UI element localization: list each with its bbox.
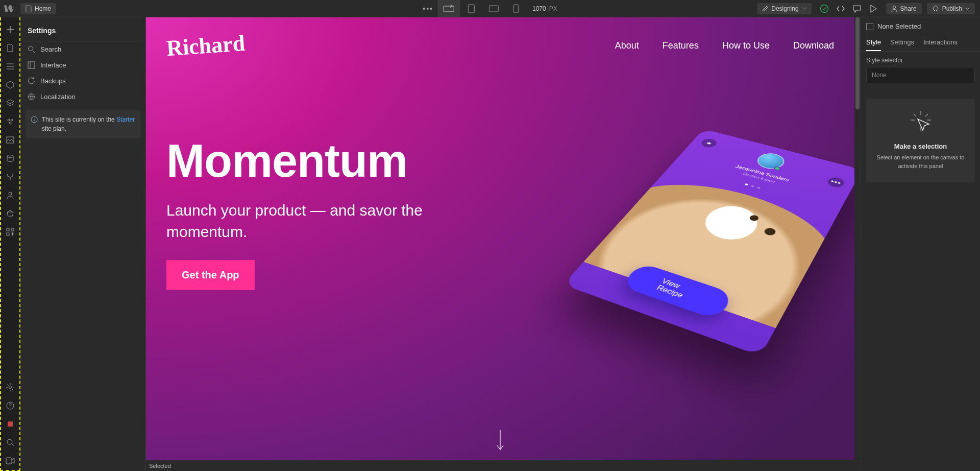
rail-video-icon[interactable] — [0, 452, 20, 470]
preview-play-icon[interactable] — [869, 4, 878, 13]
selection-box-icon — [866, 23, 873, 30]
rail-variables-icon[interactable] — [0, 94, 20, 112]
breakpoint-unit: PX — [549, 5, 557, 12]
left-tool-rail — [0, 17, 20, 471]
canvas-area: Richard About Features How to Use Downlo… — [146, 17, 861, 471]
svg-rect-9 — [7, 137, 14, 143]
empty-state-title: Make a selection — [873, 143, 968, 150]
rail-audit-icon[interactable] — [0, 415, 20, 433]
site-brand: Richard — [165, 30, 246, 61]
hero-cta-button[interactable]: Get the App — [166, 260, 255, 290]
status-check-icon[interactable] — [820, 4, 829, 13]
backups-icon — [28, 77, 35, 85]
settings-item-backups[interactable]: Backups — [26, 73, 140, 89]
breakpoint-desktop-large[interactable] — [437, 0, 460, 17]
svg-rect-2 — [489, 6, 498, 12]
mode-label: Designing — [771, 5, 798, 12]
selection-header: None Selected — [861, 17, 980, 35]
chevron-down-icon — [965, 7, 970, 10]
rail-apps-icon[interactable] — [0, 223, 20, 241]
rail-help-icon[interactable] — [0, 396, 20, 415]
svg-rect-19 — [6, 458, 12, 464]
empty-state-card: Make a selection Select an element on th… — [866, 99, 975, 182]
svg-point-6 — [8, 119, 10, 121]
svg-rect-14 — [7, 233, 9, 236]
rail-ecommerce-icon[interactable] — [0, 204, 20, 223]
rocket-icon — [932, 5, 939, 12]
svg-point-8 — [9, 122, 11, 124]
phone-mockup: ★ ••• Jacqueline Sanders Dessert Expert … — [563, 129, 854, 356]
rail-navigator-icon[interactable] — [0, 57, 20, 76]
plan-link[interactable]: Starter — [116, 116, 135, 123]
settings-item-interface[interactable]: Interface — [26, 57, 140, 73]
search-icon — [28, 45, 35, 53]
nav-link[interactable]: How to Use — [722, 40, 770, 51]
breakpoint-tablet[interactable] — [460, 0, 482, 17]
svg-point-15 — [9, 386, 12, 389]
canvas-scrollbar[interactable] — [854, 17, 861, 460]
rail-cms-icon[interactable] — [0, 149, 20, 168]
style-selector-input[interactable]: None — [866, 67, 975, 83]
chevron-down-icon — [802, 7, 806, 10]
svg-rect-13 — [11, 228, 14, 231]
settings-panel: Settings Search Interface Backups Locali… — [20, 17, 146, 471]
code-icon[interactable] — [836, 4, 845, 13]
settings-item-label: Interface — [40, 61, 66, 69]
person-icon — [891, 5, 897, 12]
breakpoint-landscape[interactable] — [482, 0, 505, 17]
rail-search-icon[interactable] — [0, 433, 20, 452]
status-text: Selected — [149, 463, 171, 469]
breakpoint-mobile[interactable] — [505, 0, 527, 17]
site-preview[interactable]: Richard About Features How to Use Downlo… — [146, 17, 854, 471]
rail-settings-icon[interactable] — [0, 378, 20, 396]
nav-link[interactable]: Features — [663, 40, 699, 51]
svg-point-10 — [7, 155, 13, 158]
tab-interactions[interactable]: Interactions — [923, 35, 958, 51]
empty-state-subtitle: Select an element on the canvas to activ… — [873, 153, 968, 170]
top-bar: Home ••• 1070 PX Designing — [0, 0, 980, 17]
rail-styles-icon[interactable] — [0, 112, 20, 131]
tab-style[interactable]: Style — [866, 35, 881, 51]
plan-notice-text: This site is currently on the Starter si… — [42, 115, 135, 133]
settings-item-label: Localization — [40, 93, 76, 101]
share-button[interactable]: Share — [886, 3, 922, 14]
page-home-chip[interactable]: Home — [20, 3, 56, 14]
breakpoint-value: 1070 — [532, 5, 546, 12]
nav-link[interactable]: Download — [793, 40, 834, 51]
svg-point-5 — [893, 6, 895, 8]
mode-dropdown[interactable]: Designing — [757, 3, 811, 14]
rail-components-icon[interactable] — [0, 76, 20, 94]
svg-point-20 — [29, 46, 33, 51]
scrollbar-thumb[interactable] — [855, 17, 860, 109]
svg-rect-3 — [514, 5, 519, 13]
rail-add-icon[interactable] — [0, 20, 20, 39]
interface-icon — [28, 61, 35, 69]
webflow-logo-icon[interactable] — [0, 0, 18, 17]
scroll-down-icon — [496, 430, 504, 451]
rail-pages-icon[interactable] — [0, 39, 20, 57]
more-options-icon[interactable]: ••• — [423, 5, 433, 13]
publish-button[interactable]: Publish — [927, 3, 975, 14]
plan-notice-card: This site is currently on the Starter si… — [26, 110, 140, 138]
svg-point-4 — [820, 5, 828, 12]
svg-point-7 — [11, 119, 13, 121]
settings-item-search[interactable]: Search — [26, 41, 140, 57]
info-icon — [31, 116, 38, 123]
breakpoint-size[interactable]: 1070 PX — [532, 5, 557, 12]
settings-item-label: Backups — [40, 77, 66, 85]
svg-point-18 — [7, 439, 12, 444]
settings-title: Settings — [26, 23, 140, 41]
rail-users-icon[interactable] — [0, 186, 20, 204]
settings-item-localization[interactable]: Localization — [26, 89, 140, 105]
rail-logic-icon[interactable] — [0, 168, 20, 186]
right-panel-tabs: Style Settings Interactions — [861, 35, 980, 52]
pencil-icon — [762, 6, 768, 12]
tab-settings[interactable]: Settings — [890, 35, 914, 51]
svg-rect-12 — [7, 228, 9, 231]
comment-icon[interactable] — [852, 4, 862, 13]
settings-item-label: Search — [40, 45, 61, 53]
rail-assets-icon[interactable] — [0, 131, 20, 149]
phone-avatar — [753, 151, 788, 171]
hero-subtitle: Launch your product — and savor the mome… — [166, 200, 452, 243]
nav-link[interactable]: About — [615, 40, 639, 51]
